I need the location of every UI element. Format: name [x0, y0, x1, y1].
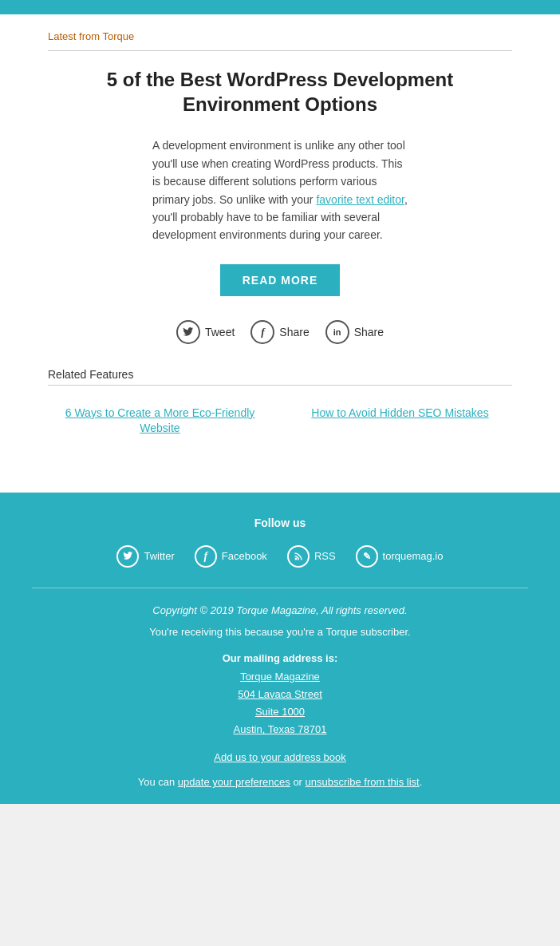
twitter-icon [176, 320, 200, 344]
related-link-1-anchor[interactable]: 6 Ways to Create a More Eco-Friendly Web… [65, 406, 255, 435]
tweet-button[interactable]: Tweet [176, 320, 235, 344]
footer-divider [32, 588, 528, 588]
related-divider [48, 385, 512, 386]
footer-twitter-icon [116, 545, 139, 568]
address-line4[interactable]: Austin, Texas 78701 [32, 721, 528, 738]
footer-torquemag-label: torquemag.io [383, 550, 444, 562]
footer-facebook-icon: f [195, 545, 217, 568]
unsubscribe-link[interactable]: unsubscribe from this list [306, 776, 420, 788]
read-more-wrapper: READ MORE [48, 264, 512, 296]
svg-point-0 [294, 557, 297, 560]
social-share-bar: Tweet f Share in Share [48, 320, 512, 344]
footer-torquemag[interactable]: ✎ torquemag.io [356, 545, 444, 568]
footer: Follow us Twitter f Facebook RSS [0, 493, 560, 804]
related-links: 6 Ways to Create a More Eco-Friendly Web… [48, 406, 512, 437]
linkedin-share-button[interactable]: in Share [325, 320, 384, 344]
facebook-share-button[interactable]: f Share [250, 320, 309, 344]
article-title: 5 of the Best WordPress Development Envi… [48, 67, 512, 117]
footer-rss[interactable]: RSS [287, 545, 336, 568]
related-features-label: Related Features [48, 368, 512, 381]
favorite-text-editor-link[interactable]: favorite text editor [316, 193, 404, 206]
preferences-pretext: You can [138, 776, 178, 788]
period: . [420, 776, 423, 788]
add-to-address-book-link[interactable]: Add us to your address book [214, 751, 346, 763]
address-line2[interactable]: 504 Lavaca Street [32, 686, 528, 703]
footer-social-bar: Twitter f Facebook RSS ✎ torquemag.io [32, 545, 528, 568]
top-bar [0, 0, 560, 14]
related-link-2-anchor[interactable]: How to Avoid Hidden SEO Mistakes [311, 406, 488, 419]
follow-us-label: Follow us [32, 517, 528, 529]
facebook-icon: f [250, 320, 274, 344]
footer-twitter[interactable]: Twitter [116, 545, 174, 568]
or-text: or [290, 776, 306, 788]
footer-unsubscribe: You can update your preferences or unsub… [32, 776, 528, 788]
update-preferences-link[interactable]: update your preferences [178, 776, 290, 788]
linkedin-icon: in [325, 320, 349, 344]
footer-facebook[interactable]: f Facebook [195, 545, 267, 568]
tweet-label: Tweet [205, 326, 235, 338]
read-more-button[interactable]: READ MORE [220, 264, 341, 296]
related-link-1: 6 Ways to Create a More Eco-Friendly Web… [48, 406, 272, 437]
article-body: A development environment is unlike any … [152, 137, 408, 243]
section-divider [48, 50, 512, 51]
facebook-share-label: Share [279, 326, 309, 338]
mailing-address-label: Our mailing address is: [32, 652, 528, 664]
footer-address: Our mailing address is: Torque Magazine … [32, 652, 528, 738]
footer-subscriber: You're receiving this because you're a T… [32, 626, 528, 638]
related-link-2: How to Avoid Hidden SEO Mistakes [288, 406, 512, 437]
linkedin-share-label: Share [354, 326, 384, 338]
address-line3[interactable]: Suite 1000 [32, 703, 528, 721]
footer-rss-label: RSS [314, 550, 336, 562]
footer-address-book: Add us to your address book [32, 750, 528, 764]
main-content: Latest from Torque 5 of the Best WordPre… [0, 14, 560, 493]
footer-twitter-label: Twitter [144, 550, 174, 562]
footer-rss-icon [287, 545, 310, 568]
latest-label: Latest from Torque [48, 30, 512, 42]
footer-facebook-label: Facebook [222, 550, 267, 562]
address-line1[interactable]: Torque Magazine [32, 668, 528, 686]
footer-torquemag-icon: ✎ [356, 545, 378, 568]
footer-copyright: Copyright © 2019 Torque Magazine, All ri… [32, 604, 528, 616]
